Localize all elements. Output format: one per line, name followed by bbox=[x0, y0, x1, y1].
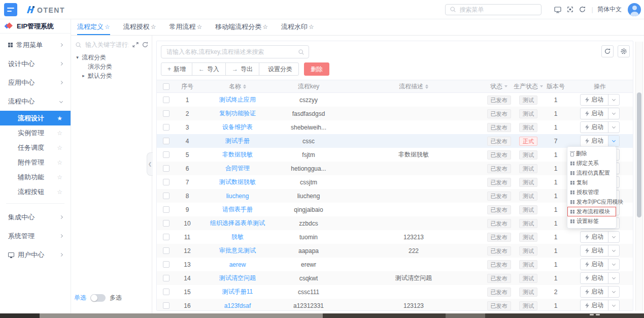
dropdown-menu-item[interactable]: 复制 bbox=[567, 178, 616, 187]
tab[interactable]: 流程水印☆ bbox=[281, 19, 314, 35]
favorite-star-icon[interactable]: ☆ bbox=[57, 174, 62, 181]
sidebar-subitem[interactable]: 流程按钮 ☆ bbox=[0, 184, 71, 199]
process-name-link[interactable]: 复制功能验证 bbox=[219, 109, 256, 118]
tab-star-icon[interactable]: ☆ bbox=[309, 23, 314, 30]
row-more-actions-button[interactable] bbox=[608, 136, 619, 146]
row-checkbox[interactable] bbox=[163, 261, 170, 268]
table-row[interactable]: 7 测试数据脱敏 cssjtm 已发布 测试 1 启动 bbox=[157, 175, 633, 189]
table-row[interactable]: 2 复制功能验证 fasdfasdgsd 已发布 测试 1 启动 bbox=[157, 107, 633, 120]
tree-node[interactable]: ▸ 默认分类 bbox=[81, 71, 149, 80]
table-row[interactable]: 5 非数据脱敏 fsjtm 非数据脱敏 已发布 测试 1 启动 bbox=[157, 148, 633, 162]
row-checkbox[interactable] bbox=[163, 151, 170, 158]
start-button[interactable]: 启动 bbox=[581, 259, 608, 270]
expand-all-icon[interactable] bbox=[132, 41, 139, 48]
row-checkbox[interactable] bbox=[163, 97, 170, 103]
row-more-actions-button[interactable] bbox=[608, 273, 619, 283]
process-name-link[interactable]: 请假表手册 bbox=[222, 205, 253, 214]
search-icon[interactable] bbox=[298, 49, 304, 55]
tree-expand-caret[interactable]: ▸ bbox=[81, 73, 86, 78]
toolbar-button[interactable]: + 新增 bbox=[161, 62, 192, 76]
sidebar-subitem[interactable]: 辅助功能 ☆ bbox=[0, 170, 71, 184]
row-checkbox[interactable] bbox=[163, 179, 170, 185]
table-row[interactable]: 11 脱敏 tuomin 123213 已发布 测试 1 启动 bbox=[157, 230, 633, 244]
start-button[interactable]: 启动 bbox=[581, 136, 608, 146]
sidebar-item[interactable]: 常用菜单 bbox=[0, 36, 71, 54]
start-button[interactable]: 启动 bbox=[581, 273, 608, 283]
select-all-checkbox[interactable] bbox=[163, 83, 170, 90]
start-button[interactable]: 启动 bbox=[581, 300, 608, 310]
row-more-actions-button[interactable] bbox=[608, 122, 619, 133]
tree-node-root[interactable]: ▾ 流程分类 bbox=[75, 53, 149, 62]
tab-star-icon[interactable]: ☆ bbox=[197, 23, 202, 30]
row-more-actions-button[interactable] bbox=[608, 232, 619, 242]
tab[interactable]: 流程定义☆ bbox=[77, 19, 110, 35]
table-row[interactable]: 14 测试清空问题 csqkwt 测试清空问题 已发布 测试 1 启动 bbox=[157, 271, 633, 285]
process-name-link[interactable]: 测试手册 bbox=[225, 137, 250, 145]
table-row[interactable]: 6 合同管理 hetionggua... 已发布 测试 1 启动 bbox=[157, 162, 633, 175]
row-more-actions-button[interactable] bbox=[608, 259, 619, 270]
row-checkbox[interactable] bbox=[163, 124, 170, 131]
sidebar-item[interactable]: 集成中心 bbox=[0, 208, 71, 227]
toolbar-button[interactable]: → 导出 bbox=[225, 62, 259, 76]
favorite-star-icon[interactable]: ★ bbox=[57, 115, 62, 122]
tab[interactable]: 流程授权☆ bbox=[123, 19, 156, 35]
start-button[interactable]: 启动 bbox=[581, 94, 608, 105]
process-name-link[interactable]: 测试清空问题 bbox=[219, 274, 256, 282]
collapse-menu-button[interactable] bbox=[4, 3, 17, 16]
dropdown-menu-item[interactable]: 删除 bbox=[567, 149, 616, 158]
tree-filter-input[interactable] bbox=[84, 41, 129, 49]
start-button[interactable]: 启动 bbox=[581, 245, 608, 256]
favorite-star-icon[interactable]: ☆ bbox=[57, 130, 62, 137]
table-settings-button[interactable] bbox=[618, 45, 630, 57]
process-name-link[interactable]: 非数据脱敏 bbox=[222, 150, 253, 159]
tab-star-icon[interactable]: ☆ bbox=[262, 23, 268, 30]
row-more-actions-button[interactable] bbox=[608, 245, 619, 256]
favorite-star-icon[interactable]: ☆ bbox=[57, 159, 62, 166]
fullscreen-icon[interactable] bbox=[566, 6, 574, 13]
process-search-input[interactable] bbox=[165, 48, 295, 56]
select-mode-switch[interactable] bbox=[90, 294, 106, 302]
row-checkbox[interactable] bbox=[163, 289, 170, 295]
sort-icon[interactable] bbox=[243, 84, 246, 89]
start-button[interactable]: 启动 bbox=[581, 108, 608, 119]
toolbar-button[interactable]: ← 导入 bbox=[192, 62, 226, 76]
row-checkbox[interactable] bbox=[163, 138, 170, 144]
table-row[interactable]: 16 a123fdsaf a12312331 123123 已发布 测试 1 启… bbox=[157, 299, 633, 310]
multi-select-label[interactable]: 多选 bbox=[110, 294, 122, 302]
toolbar-button[interactable]: 删除 bbox=[304, 62, 329, 76]
table-row[interactable]: 12 审批意见测试 aapapa 222 已发布 测试 1 启动 bbox=[157, 244, 633, 258]
process-name-link[interactable]: liucheng bbox=[226, 193, 249, 200]
start-button[interactable]: 启动 bbox=[581, 287, 608, 297]
tab-star-icon[interactable]: ☆ bbox=[151, 23, 156, 30]
process-name-link[interactable]: 脱敏 bbox=[231, 233, 244, 241]
horizontal-scrollbar[interactable] bbox=[0, 313, 644, 318]
sidebar-subitem[interactable]: 流程设计 ★ bbox=[0, 111, 71, 125]
tab[interactable]: 常用流程☆ bbox=[170, 19, 202, 35]
vertical-scrollbar[interactable] bbox=[635, 42, 643, 311]
sidebar-item[interactable]: 流程中心 bbox=[0, 92, 71, 111]
filter-caret-icon[interactable] bbox=[504, 85, 507, 87]
row-checkbox[interactable] bbox=[163, 220, 170, 227]
process-name-link[interactable]: 测试手册11 bbox=[222, 288, 253, 296]
row-checkbox[interactable] bbox=[163, 234, 170, 240]
sidebar-item[interactable]: 应用中心 bbox=[0, 73, 71, 92]
scrollbar-thumb[interactable] bbox=[40, 313, 323, 318]
table-row[interactable]: 13 aerew erewr 已发布 测试 1 启动 bbox=[157, 258, 633, 271]
sidebar-item[interactable]: 系统管理 bbox=[0, 227, 71, 245]
tab-star-icon[interactable]: ☆ bbox=[105, 23, 110, 30]
row-more-actions-button[interactable] bbox=[608, 300, 619, 310]
refresh-icon[interactable] bbox=[579, 6, 586, 13]
dropdown-menu-item[interactable]: 发布流程模块 bbox=[567, 207, 616, 216]
panel-collapse-handle[interactable]: ❮ bbox=[147, 152, 153, 176]
table-row[interactable]: 3 设备维护表 shebeiweih... 已发布 测试 1 启动 bbox=[157, 120, 633, 134]
process-name-link[interactable]: 组织选择器表单测试 bbox=[210, 219, 265, 228]
process-name-link[interactable]: 合同管理 bbox=[225, 164, 250, 173]
filter-caret-icon[interactable] bbox=[540, 85, 543, 87]
tree-expand-caret[interactable]: ▾ bbox=[75, 55, 80, 60]
dropdown-menu-item[interactable]: 设置标签 bbox=[567, 216, 616, 226]
sort-icon[interactable] bbox=[425, 84, 428, 89]
table-row[interactable]: 15 测试手册11 cssc111 已发布 测试 2 启动 bbox=[157, 285, 633, 299]
row-checkbox[interactable] bbox=[163, 247, 170, 254]
process-name-link[interactable]: 测试数据脱敏 bbox=[219, 178, 256, 186]
row-checkbox[interactable] bbox=[163, 110, 170, 117]
